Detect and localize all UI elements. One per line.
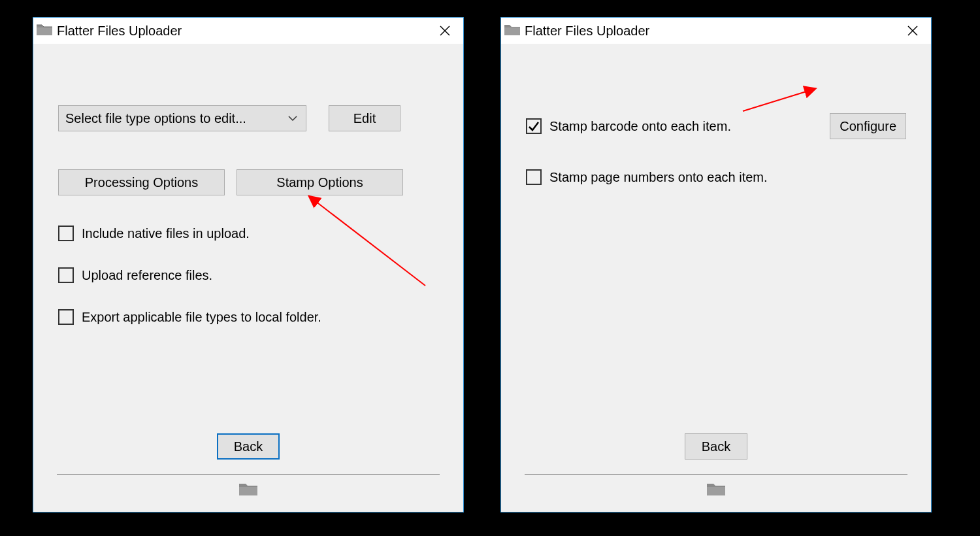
window-title: Flatter Files Uploader: [57, 24, 182, 39]
footer-divider: [57, 474, 440, 475]
export-local-label: Export applicable file types to local fo…: [82, 310, 321, 325]
stamp-barcode-checkbox[interactable]: [526, 118, 542, 134]
window-body: Stamp barcode onto each item. Configure …: [501, 44, 931, 512]
file-options-checks: Include native files in upload. Upload r…: [58, 226, 438, 325]
stamp-page-numbers-label: Stamp page numbers onto each item.: [549, 170, 768, 185]
window-title: Flatter Files Uploader: [525, 24, 649, 39]
footer: Back: [33, 433, 463, 500]
svg-rect-9: [707, 487, 725, 495]
window-stamp-options: Flatter Files Uploader Stamp barcode ont…: [500, 17, 932, 512]
chevron-down-icon: [287, 106, 298, 131]
back-button[interactable]: Back: [217, 433, 280, 460]
svg-rect-0: [37, 27, 52, 35]
include-native-row: Include native files in upload.: [58, 226, 438, 241]
svg-rect-4: [239, 487, 257, 495]
include-native-label: Include native files in upload.: [82, 226, 250, 241]
close-button[interactable]: [432, 25, 458, 37]
back-button-label: Back: [702, 439, 730, 454]
titlebar: Flatter Files Uploader: [501, 18, 931, 44]
processing-options-label: Processing Options: [85, 175, 198, 190]
folder-icon: [36, 22, 53, 40]
folder-icon: [504, 22, 521, 40]
close-button[interactable]: [900, 25, 926, 37]
processing-options-button[interactable]: Processing Options: [58, 169, 225, 195]
stamp-options-button[interactable]: Stamp Options: [237, 169, 403, 195]
close-icon: [907, 25, 919, 37]
titlebar: Flatter Files Uploader: [33, 18, 463, 44]
stamp-options-label: Stamp Options: [276, 175, 363, 190]
footer: Back: [501, 433, 931, 500]
stamp-barcode-row: Stamp barcode onto each item. Configure: [526, 113, 906, 139]
include-native-checkbox[interactable]: [58, 226, 74, 241]
upload-reference-checkbox[interactable]: [58, 267, 74, 283]
filetype-dropdown[interactable]: Select file type options to edit...: [58, 105, 306, 131]
export-local-row: Export applicable file types to local fo…: [58, 309, 438, 325]
footer-folder-icon: [238, 481, 258, 500]
configure-button[interactable]: Configure: [830, 113, 906, 139]
configure-button-label: Configure: [840, 119, 896, 134]
footer-folder-icon: [706, 481, 726, 500]
stamp-page-numbers-checkbox[interactable]: [526, 169, 542, 185]
upload-reference-row: Upload reference files.: [58, 267, 438, 283]
window-file-options: Flatter Files Uploader Select file type …: [33, 17, 464, 512]
edit-button[interactable]: Edit: [329, 105, 400, 131]
svg-line-8: [743, 89, 815, 111]
back-button[interactable]: Back: [685, 433, 747, 460]
upload-reference-label: Upload reference files.: [82, 268, 212, 283]
filetype-row: Select file type options to edit... Edit: [58, 105, 438, 131]
options-buttons-row: Processing Options Stamp Options: [58, 169, 438, 195]
canvas: Flatter Files Uploader Select file type …: [0, 0, 980, 536]
edit-button-label: Edit: [353, 111, 376, 126]
back-button-label: Back: [234, 439, 263, 454]
checkmark-icon: [528, 120, 540, 132]
footer-divider: [525, 474, 907, 475]
close-icon: [439, 25, 451, 37]
stamp-page-numbers-row: Stamp page numbers onto each item.: [526, 169, 906, 185]
window-body: Select file type options to edit... Edit…: [33, 44, 463, 512]
stamp-barcode-label: Stamp barcode onto each item.: [549, 119, 731, 134]
filetype-dropdown-label: Select file type options to edit...: [65, 111, 246, 126]
svg-rect-5: [504, 27, 520, 35]
export-local-checkbox[interactable]: [58, 309, 74, 325]
